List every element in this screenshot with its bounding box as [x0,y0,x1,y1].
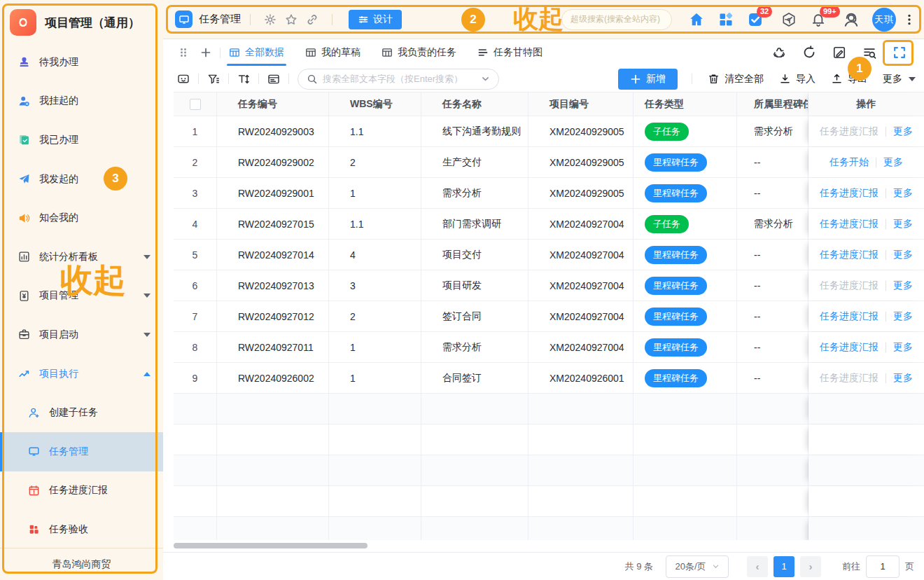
sidebar-item[interactable]: 我挂起的 [0,82,163,121]
sidebar-item[interactable]: 待我办理 [0,43,163,82]
cell-wbs-no: 1.1 [329,209,421,239]
row-action-link[interactable]: 任务进度汇报 [820,341,878,354]
view-actions [772,46,924,60]
card-view-icon[interactable] [267,73,280,85]
table-row[interactable]: 2RW202409290022生产交付XM20240929005里程碑任务--任… [174,147,924,178]
apps-grid-icon[interactable] [718,12,734,27]
sidebar-footer-company: 青岛鸿尚商贸 [0,548,163,580]
sidebar-item[interactable]: 统计分析看板 [0,237,163,277]
row-more-link[interactable]: 更多 [893,249,913,261]
sidebar-item[interactable]: 项目管理 [0,277,163,316]
next-page-button[interactable]: › [800,556,821,577]
user-avatar[interactable]: 天琪 [872,8,896,32]
sidebar-item[interactable]: 项目执行 [0,354,163,394]
table-row[interactable]: 6RW202409270133项目研发XM20240927004里程碑任务--任… [174,270,924,301]
row-action-link[interactable]: 任务进度汇报 [820,310,878,323]
table-row[interactable]: 3RW202409290011需求分析XM20240929005里程碑任务--任… [174,178,924,209]
cell-actions: 任务进度汇报更多 [808,363,924,393]
more-menu-icon[interactable] [903,13,916,26]
sidebar-item-label: 项目管理 [39,289,78,302]
row-more-link[interactable]: 更多 [893,187,913,200]
cell-project-no: XM20240929005 [528,116,634,146]
sidebar-header: 项目管理（通用） [0,0,163,36]
row-action-link[interactable]: 任务进度汇报 [820,125,878,138]
row-action-link[interactable]: 任务进度汇报 [820,187,878,200]
tab-my-drafts[interactable]: 我的草稿 [305,39,360,66]
row-more-link[interactable]: 更多 [893,310,913,323]
row-more-link[interactable]: 更多 [893,279,913,292]
cell-task-name: 项目研发 [421,270,528,301]
empty-cell [808,486,924,516]
table-row[interactable]: 5RW202409270144项目交付XM20240927004里程碑任务--任… [174,240,924,270]
workbench-hexagon-icon[interactable] [781,12,797,27]
row-more-link[interactable]: 更多 [883,156,903,169]
row-more-link[interactable]: 更多 [893,218,913,230]
current-page-button[interactable]: 1 [774,556,794,577]
import-button[interactable]: 导入 [779,73,816,85]
edit-log-icon[interactable] [832,46,846,60]
cell-milestone: -- [737,240,808,270]
home-icon[interactable] [689,12,704,27]
table-row[interactable]: 4RW202409270151.1部门需求调研XM20240927004子任务需… [174,209,924,240]
prev-page-button[interactable]: ‹ [747,556,768,577]
tab-all-data[interactable]: 全部数据 [229,39,284,66]
table-row[interactable]: 7RW202409270122签订合同XM20240927004里程碑任务--任… [174,301,924,332]
table-empty-row [174,424,924,455]
page-size-select[interactable]: 20条/页 [666,555,729,578]
cell-row-number: 3 [174,178,217,208]
share-link-icon[interactable] [306,13,318,26]
row-action-link[interactable]: 任务进度汇报 [820,249,878,261]
header-select-all[interactable] [174,92,217,116]
row-more-link[interactable]: 更多 [893,372,913,385]
table-row[interactable]: 9RW202409260021合同签订XM20240926001里程碑任务--任… [174,363,924,394]
sidebar-item[interactable]: 我发起的 [0,160,163,199]
notifications-button[interactable]: 99+ [811,12,826,27]
row-height-icon[interactable] [237,73,250,85]
table-search-input[interactable]: 搜索全部文本字段（按Enter搜索） [298,69,499,90]
fullscreen-icon[interactable] [892,46,906,60]
clear-all-button[interactable]: 清空全部 [708,73,764,85]
display-settings-icon[interactable] [177,73,190,85]
sidebar-item[interactable]: 项目启动 [0,315,163,354]
row-action-link[interactable]: 任务开始 [830,156,869,169]
filter-search-icon[interactable] [862,46,876,60]
row-more-link[interactable]: 更多 [893,341,913,354]
goto-page-input[interactable] [866,555,899,578]
row-more-link[interactable]: 更多 [893,125,913,138]
sidebar-item[interactable]: 知会我的 [0,198,163,237]
checkbox[interactable] [190,99,201,110]
row-action-link[interactable]: 任务进度汇报 [820,279,878,292]
sidebar-item[interactable]: 任务验收 [0,510,163,549]
sidebar-item[interactable]: 任务管理 [0,432,163,471]
filter-funnel-icon[interactable] [207,73,220,85]
settings-gear-icon[interactable] [264,13,276,26]
cell-row-number: 8 [174,332,217,362]
drag-handle-icon[interactable] [178,47,189,58]
cell-project-no: XM20240929005 [528,178,634,208]
design-button[interactable]: 设计 [349,10,402,29]
table-row[interactable]: 1RW202409290031.1线下沟通考勤规则XM20240929005子任… [174,116,924,147]
cell-task-no: RW20240927014 [217,240,329,270]
row-action-link[interactable]: 任务进度汇报 [820,372,878,385]
tab-my-tasks[interactable]: 我负责的任务 [382,39,456,66]
more-actions-button[interactable]: 更多 [883,73,916,85]
add-record-button[interactable]: 新增 [618,69,678,90]
cell-task-no: RW20240926002 [217,363,329,393]
scrollbar-thumb[interactable] [174,543,368,548]
tab-gantt[interactable]: 任务甘特图 [477,39,542,66]
global-search-input[interactable]: 超级搜索(搜索全站内容) [561,9,672,30]
row-action-link[interactable]: 任务进度汇报 [820,218,878,230]
sidebar-item[interactable]: 创建子任务 [0,393,163,432]
refresh-icon[interactable] [802,46,816,60]
todo-button[interactable]: 32 [748,12,763,27]
sidebar-item[interactable]: 我已办理 [0,120,163,160]
add-view-icon[interactable] [200,47,211,58]
sidebar-item[interactable]: 任务进度汇报 [0,471,163,511]
customer-service-icon[interactable] [843,11,860,28]
table-row[interactable]: 8RW202409270111需求分析XM20240927004里程碑任务--任… [174,332,924,363]
export-button[interactable]: 导出 [831,73,867,85]
favorite-star-icon[interactable] [285,13,298,26]
cell-actions: 任务进度汇报更多 [808,116,924,146]
recycle-bin-icon[interactable] [772,46,786,60]
cell-project-no: XM20240927004 [528,332,634,362]
